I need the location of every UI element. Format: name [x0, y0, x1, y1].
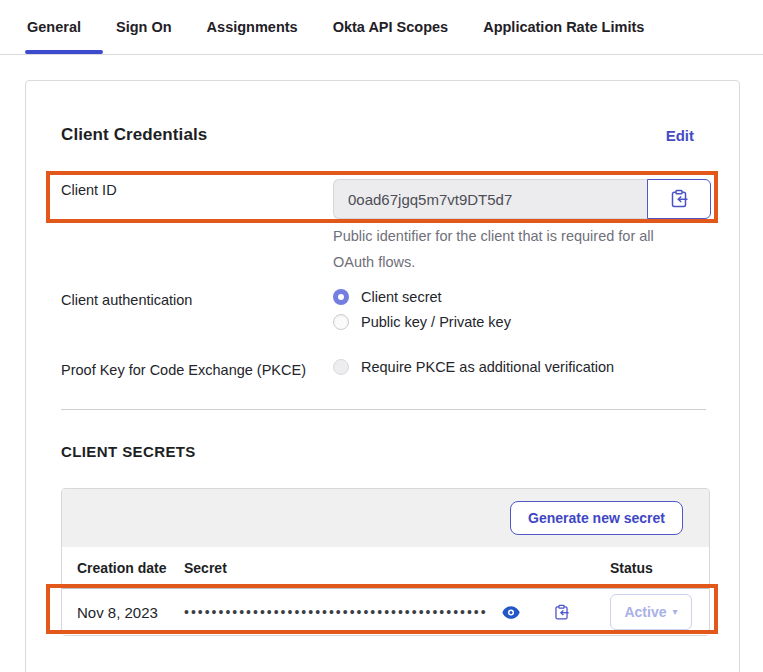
client-authentication-options: Client secret Public key / Private key — [333, 289, 511, 330]
radio-label: Client secret — [361, 289, 442, 305]
general-settings-card: Client Credentials Edit Client ID 0oad67… — [25, 80, 740, 672]
eye-icon — [502, 606, 520, 619]
copy-client-id-button[interactable] — [647, 179, 711, 219]
tab-application-rate-limits[interactable]: Application Rate Limits — [483, 19, 644, 35]
client-id-label: Client ID — [61, 182, 117, 198]
client-secrets-title: CLIENT SECRETS — [61, 443, 196, 460]
client-id-value: 0oad67jgq5m7vt9DT5d7 — [333, 179, 647, 219]
column-header-creation-date: Creation date — [62, 560, 184, 576]
radio-unselected-icon[interactable] — [333, 314, 349, 330]
tab-bar: General Sign On Assignments Okta API Sco… — [0, 0, 763, 55]
status-cell: Active ▾ — [610, 594, 709, 630]
active-tab-indicator — [25, 50, 103, 54]
generate-new-secret-button[interactable]: Generate new secret — [510, 501, 683, 535]
clipboard-copy-icon — [553, 604, 570, 621]
section-divider — [61, 409, 706, 410]
secret-cell: ••••••••••••••••••••••••••••••••••••••••… — [184, 604, 610, 621]
radio-option-public-private-key[interactable]: Public key / Private key — [333, 314, 511, 330]
clipboard-copy-icon — [669, 189, 689, 209]
client-credentials-header: Client Credentials Edit — [61, 125, 694, 145]
edit-link[interactable]: Edit — [666, 127, 694, 144]
pkce-option: Require PKCE as additional verification — [333, 359, 614, 375]
pkce-checkbox-row[interactable]: Require PKCE as additional verification — [333, 359, 614, 375]
copy-secret-button[interactable] — [553, 604, 570, 621]
caret-down-icon: ▾ — [673, 607, 678, 617]
masked-secret-value: ••••••••••••••••••••••••••••••••••••••••… — [184, 604, 502, 620]
table-header-row: Creation date Secret Status — [62, 547, 709, 589]
status-label: Active — [624, 604, 666, 620]
radio-option-client-secret[interactable]: Client secret — [333, 289, 511, 305]
column-header-secret: Secret — [184, 560, 610, 576]
column-header-status: Status — [610, 560, 709, 576]
status-dropdown-button[interactable]: Active ▾ — [610, 594, 692, 630]
reveal-secret-button[interactable] — [502, 606, 520, 619]
tab-sign-on[interactable]: Sign On — [116, 19, 172, 35]
checkbox-unchecked-icon[interactable] — [333, 359, 349, 375]
client-id-field-group: 0oad67jgq5m7vt9DT5d7 — [333, 179, 711, 219]
checkbox-label: Require PKCE as additional verification — [361, 359, 614, 375]
client-authentication-label: Client authentication — [61, 292, 192, 308]
tab-assignments[interactable]: Assignments — [207, 19, 298, 35]
client-secrets-table: Generate new secret Creation date Secret… — [61, 488, 710, 636]
radio-selected-icon[interactable] — [333, 289, 349, 305]
client-id-help-text: Public identifier for the client that is… — [333, 223, 681, 275]
tab-okta-api-scopes[interactable]: Okta API Scopes — [333, 19, 449, 35]
secret-creation-date: Nov 8, 2023 — [62, 604, 184, 621]
pkce-label: Proof Key for Code Exchange (PKCE) — [61, 362, 306, 378]
section-title: Client Credentials — [61, 125, 207, 145]
table-row: Nov 8, 2023 ••••••••••••••••••••••••••••… — [62, 589, 709, 635]
radio-label: Public key / Private key — [361, 314, 511, 330]
tab-general[interactable]: General — [27, 19, 81, 35]
secrets-toolbar: Generate new secret — [62, 489, 709, 547]
